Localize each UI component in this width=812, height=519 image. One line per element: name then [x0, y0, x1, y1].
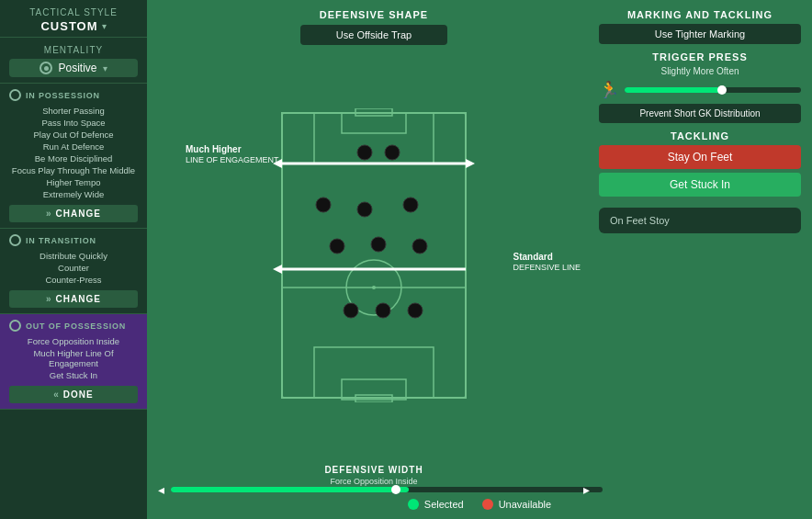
svg-rect-0: [282, 113, 466, 398]
in-transition-icon: [9, 234, 21, 246]
svg-point-19: [357, 202, 372, 217]
defensive-shape-title: DEFENSIVE SHAPE: [320, 9, 428, 20]
slider-thumb: [391, 485, 400, 494]
list-item: Counter: [9, 262, 138, 274]
mentality-section: MENTALITY Positive ▾: [0, 38, 147, 84]
defensive-line-level: Standard: [513, 251, 581, 263]
prevent-gk-button[interactable]: Prevent Short GK Distribution: [599, 104, 801, 123]
in-possession-title-row: IN POSSESSION: [9, 89, 138, 101]
in-possession-list: Shorter Passing Pass Into Space Play Out…: [9, 105, 138, 200]
selected-label: Selected: [424, 499, 464, 510]
list-item: Counter-Press: [9, 274, 138, 286]
main-top: DEFENSIVE SHAPE Use Offside Trap Much Hi…: [158, 9, 801, 490]
svg-marker-13: [466, 159, 475, 168]
mentality-select[interactable]: Positive ▾: [9, 59, 138, 77]
done-chevrons-icon: «: [53, 389, 60, 400]
in-possession-change-button[interactable]: » CHANGE: [9, 205, 138, 222]
list-item: Extremely Wide: [9, 188, 138, 200]
tackling-title: TACKLING: [599, 130, 801, 141]
in-transition-change-label: CHANGE: [56, 294, 101, 304]
get-stuck-in-button[interactable]: Get Stuck In: [599, 173, 801, 197]
mentality-icon: [39, 62, 52, 74]
custom-text: CUSTOM: [40, 19, 97, 33]
change-chevrons-icon: »: [46, 209, 52, 219]
right-panel: MARKING AND TACKLING Use Tighter Marking…: [599, 9, 801, 490]
defensive-line-text: DEFENSIVE LINE: [513, 263, 581, 274]
sidebar-header: TACTICAL STYLE CUSTOM ▾: [0, 0, 147, 38]
slider-track: [171, 487, 603, 492]
slider-arrow-left-icon: ◂: [158, 482, 164, 497]
marking-tackling-title: MARKING AND TACKLING: [599, 9, 801, 20]
trigger-slider-track: [625, 87, 801, 93]
unavailable-legend: Unavailable: [482, 499, 551, 510]
out-of-possession-done-label: DONE: [63, 389, 94, 400]
defensive-width-section: DEFENSIVE WIDTH Force Opposition Inside …: [158, 465, 590, 490]
in-possession-title: IN POSSESSION: [26, 91, 100, 100]
slider-fill: [171, 487, 409, 492]
line-engagement-label: Much Higher LINE OF ENGAGEMENT: [186, 143, 279, 166]
in-transition-title: IN TRANSITION: [26, 236, 96, 245]
mentality-label: MENTALITY: [9, 45, 138, 55]
mentality-chevron-icon: ▾: [103, 63, 107, 73]
marking-tackling-section: MARKING AND TACKLING Use Tighter Marking: [599, 9, 801, 44]
list-item: Get Stuck In: [9, 369, 138, 381]
trigger-slider-thumb: [717, 85, 727, 95]
sidebar: TACTICAL STYLE CUSTOM ▾ MENTALITY Positi…: [0, 0, 147, 519]
list-item: Run At Defence: [9, 141, 138, 152]
svg-point-20: [403, 197, 418, 212]
out-of-possession-done-button[interactable]: « DONE: [9, 386, 138, 403]
svg-point-17: [385, 145, 400, 160]
stay-on-feet-button[interactable]: Stay On Feet: [599, 145, 801, 169]
svg-point-22: [371, 237, 386, 252]
on-feet-section: On Feet Stoy: [599, 208, 801, 233]
svg-point-18: [316, 197, 331, 212]
list-item: Focus Play Through The Middle: [9, 164, 138, 176]
main-content: DEFENSIVE SHAPE Use Offside Trap Much Hi…: [147, 0, 812, 519]
defensive-width-title: DEFENSIVE WIDTH: [158, 465, 590, 475]
svg-point-24: [344, 303, 358, 318]
list-item: Play Out Of Defence: [9, 129, 138, 141]
mentality-value: Positive: [58, 62, 96, 74]
in-possession-section: IN POSSESSION Shorter Passing Pass Into …: [0, 84, 147, 229]
out-of-possession-list: Force Opposition Inside Much Higher Line…: [9, 335, 138, 381]
list-item: Much Higher Line Of Engagement: [9, 347, 138, 369]
selected-legend: Selected: [408, 499, 464, 510]
trigger-press-slider-row[interactable]: 🏃: [599, 80, 801, 100]
slider-arrow-right-icon: ▸: [583, 482, 590, 497]
svg-point-26: [408, 303, 423, 318]
list-item: Shorter Passing: [9, 105, 138, 117]
svg-point-25: [376, 303, 390, 318]
custom-row[interactable]: CUSTOM ▾: [9, 19, 138, 33]
out-of-possession-icon: [9, 320, 21, 332]
out-of-possession-title: OUT OF POSSESSION: [26, 322, 126, 331]
list-item: Pass Into Space: [9, 117, 138, 129]
list-item: Force Opposition Inside: [9, 335, 138, 347]
svg-point-21: [330, 239, 344, 254]
tighter-marking-button[interactable]: Use Tighter Marking: [599, 24, 801, 44]
pitch-svg: [273, 108, 475, 402]
offside-trap-button[interactable]: Use Offside Trap: [300, 25, 447, 45]
svg-point-16: [357, 145, 372, 160]
defensive-line-label: Standard DEFENSIVE LINE: [513, 251, 581, 274]
in-transition-list: Distribute Quickly Counter Counter-Press: [9, 250, 138, 286]
pitch-container: Much Higher LINE OF ENGAGEMENT Standard …: [273, 56, 475, 457]
line-engagement-level: Much Higher: [186, 143, 279, 155]
trigger-press-title: TRIGGER PRESS: [599, 51, 801, 62]
list-item: Higher Tempo: [9, 176, 138, 188]
trigger-press-section: TRIGGER PRESS Slightly More Often 🏃 Prev…: [599, 51, 801, 123]
out-of-possession-title-row: OUT OF POSSESSION: [9, 320, 138, 332]
svg-marker-15: [273, 265, 282, 274]
tackling-section: TACKLING Stay On Feet Get Stuck In: [599, 130, 801, 197]
in-transition-change-button[interactable]: » CHANGE: [9, 290, 138, 308]
change-chevrons-icon: »: [46, 294, 52, 304]
unavailable-label: Unavailable: [499, 499, 551, 510]
tactical-style-label: TACTICAL STYLE: [9, 7, 138, 17]
in-transition-section: IN TRANSITION Distribute Quickly Counter…: [0, 229, 147, 314]
trigger-slider-fill: [625, 87, 722, 93]
defensive-width-value: Force Opposition Inside: [158, 477, 590, 486]
in-possession-icon: [9, 89, 21, 101]
trigger-press-value: Slightly More Often: [599, 66, 801, 76]
in-transition-title-row: IN TRANSITION: [9, 234, 138, 246]
svg-point-23: [412, 239, 427, 254]
runner-icon: 🏃: [599, 80, 619, 100]
